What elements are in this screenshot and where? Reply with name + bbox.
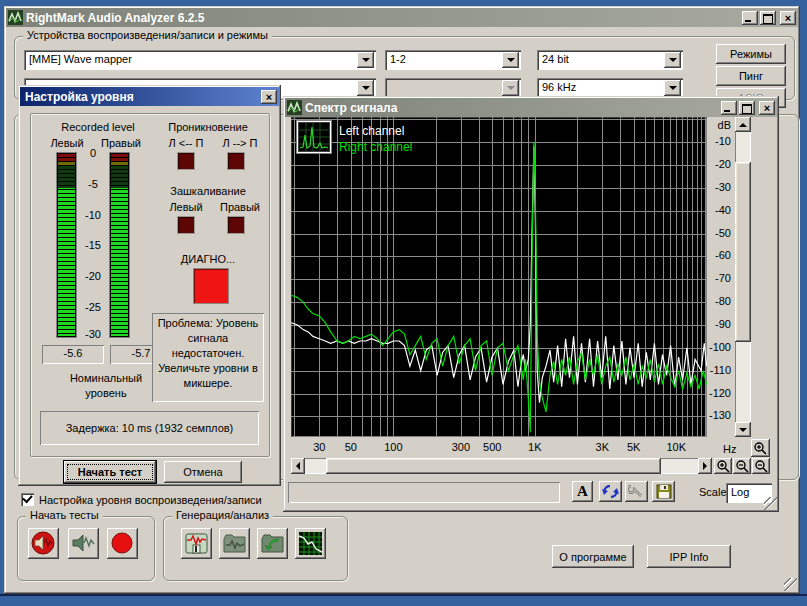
horizontal-scroll-thumb[interactable] xyxy=(326,458,661,474)
vertical-scrollbar[interactable] xyxy=(735,117,751,437)
y-tick-label: -70 xyxy=(715,272,731,284)
recorded-level-label: Recorded level xyxy=(38,121,158,133)
save-signal-button[interactable] xyxy=(181,528,212,559)
x-tick-label: 3K xyxy=(596,441,609,453)
spectrum-maximize-button[interactable] xyxy=(739,101,755,115)
close-button[interactable]: × xyxy=(780,11,796,25)
legend-thumbnail-button[interactable] xyxy=(299,123,329,151)
y-tick-label: -80 xyxy=(715,295,731,307)
spectrum-close-button[interactable]: × xyxy=(759,101,775,115)
spectrum-analysis-icon xyxy=(298,531,323,556)
play-signal-button[interactable] xyxy=(68,528,99,559)
play-test-button[interactable] xyxy=(28,528,59,559)
bits-combo-arrow[interactable] xyxy=(664,52,681,68)
crosstalk-lr-label: Л <-- П xyxy=(160,137,212,149)
zoom-in-x-button[interactable] xyxy=(714,458,732,474)
rate-combo-arrow[interactable] xyxy=(664,80,681,96)
diagnosis-indicator xyxy=(194,269,228,303)
spectrum-window-title: Спектр сигнала xyxy=(305,101,719,115)
ping-button[interactable]: Пинг xyxy=(716,66,786,86)
refresh-button[interactable] xyxy=(599,481,622,502)
modes-button[interactable]: Режимы xyxy=(716,44,786,64)
problem-box: Проблема: Уровень сигнала недостаточен. … xyxy=(152,313,264,402)
level-dialog-close-button[interactable]: × xyxy=(261,90,277,104)
record-button[interactable] xyxy=(107,528,138,559)
clip-right-indicator xyxy=(228,217,244,233)
rate-combo-value: 96 kHz xyxy=(537,78,662,98)
spectrum-minimize-button[interactable] xyxy=(721,101,737,115)
channels-combo[interactable]: 1-2 xyxy=(385,50,521,70)
level-setup-checkbox[interactable] xyxy=(21,493,34,506)
scroll-up-button[interactable] xyxy=(735,117,751,132)
channels2-combo-value xyxy=(385,78,500,98)
channels-combo-value: 1-2 xyxy=(385,50,500,70)
device-combo[interactable]: [MME] Wave mapper xyxy=(24,50,376,70)
meter-scale-5: -5 xyxy=(77,178,109,190)
settings-wrench-button[interactable] xyxy=(625,481,648,502)
analyze-button[interactable] xyxy=(295,528,326,559)
problem-line-1: Проблема: Уровень xyxy=(152,316,264,331)
x-tick-label: 500 xyxy=(483,441,501,453)
problem-line-4: Увеличьте уровни в xyxy=(152,361,264,376)
rate-combo[interactable]: 96 kHz xyxy=(537,78,683,98)
start-test-button[interactable]: Начать тест xyxy=(64,461,156,483)
clip-left-label: Левый xyxy=(160,201,212,213)
crosstalk-rl-indicator xyxy=(228,153,244,169)
load-curve-button[interactable] xyxy=(257,528,288,559)
meter-scale-25: -25 xyxy=(77,301,109,313)
x-tick-label: 300 xyxy=(452,441,470,453)
desktop-frame: RightMark Audio Analyzer 6.2.5 × Устройс… xyxy=(0,0,807,606)
zoom-in-y-button[interactable] xyxy=(751,439,770,457)
device-combo-arrow[interactable] xyxy=(357,52,374,68)
window-title: RightMark Audio Analyzer 6.2.5 xyxy=(26,11,740,25)
level-dialog-titlebar[interactable]: Настройка уровня × xyxy=(20,87,279,106)
vertical-scroll-thumb[interactable] xyxy=(735,162,751,342)
scroll-down-button[interactable] xyxy=(735,422,751,437)
y-tick-label: -20 xyxy=(715,158,731,170)
ipp-info-button[interactable]: IPP Info xyxy=(647,545,731,568)
maximize-button[interactable] xyxy=(760,11,776,25)
wav-save-icon xyxy=(184,531,209,556)
main-resize-grip[interactable] xyxy=(784,578,797,591)
problem-line-2: сигнала xyxy=(152,331,264,346)
delay-box: Задержка: 10 ms (1932 семплов) xyxy=(40,411,259,445)
open-signal-button xyxy=(219,528,250,559)
about-button[interactable]: О программе xyxy=(552,545,634,568)
clip-right-label: Правый xyxy=(214,201,266,213)
diagnosis-label: ДИАГНО... xyxy=(148,253,268,265)
vu-meter-left xyxy=(57,153,76,337)
channels-combo-arrow[interactable] xyxy=(502,52,519,68)
meter-scale-20: -20 xyxy=(77,270,109,282)
start-tests-group: Начать тесты xyxy=(17,516,155,581)
spectrum-plot[interactable]: Left channel Right channel xyxy=(291,117,707,437)
bits-combo[interactable]: 24 bit xyxy=(537,50,683,70)
devices-group-label: Устройства воспроизведения/записи и режи… xyxy=(23,29,272,41)
problem-line-5: микшере. xyxy=(152,376,264,391)
scroll-right-button[interactable] xyxy=(698,458,712,474)
main-titlebar[interactable]: RightMark Audio Analyzer 6.2.5 × xyxy=(6,8,798,27)
horizontal-scrollbar[interactable] xyxy=(291,458,712,474)
series-left-channel xyxy=(291,147,706,403)
x-tick-label: 30 xyxy=(313,441,325,453)
zoom-fit-button[interactable] xyxy=(752,458,770,474)
spectrum-resize-grip[interactable] xyxy=(764,497,777,510)
bits-combo-value: 24 bit xyxy=(537,50,662,70)
speaker-red-icon xyxy=(31,531,56,556)
series-right-channel xyxy=(291,142,706,432)
save-button[interactable] xyxy=(652,481,675,502)
zoom-out-x-button[interactable] xyxy=(733,458,751,474)
crosstalk-label: Проникновение xyxy=(148,121,268,133)
speaker-green-icon xyxy=(71,531,96,556)
cancel-button[interactable]: Отмена xyxy=(164,461,242,483)
legend-right-channel: Right channel xyxy=(339,140,412,154)
crosstalk-rl-label: Л --> П xyxy=(214,137,266,149)
spectrum-titlebar[interactable]: Спектр сигнала × xyxy=(285,98,777,117)
generation-group: Генерация/анализ xyxy=(163,516,348,581)
minimize-button[interactable] xyxy=(742,11,758,25)
level-dialog-title: Настройка уровня xyxy=(25,90,259,104)
scroll-left-button[interactable] xyxy=(291,458,305,474)
font-button[interactable]: A xyxy=(572,481,593,502)
device2-combo-arrow[interactable] xyxy=(357,80,374,96)
y-axis-labels: dB -10-20-30-40-50-60-70-80-90-100-110-1… xyxy=(707,117,733,437)
meter-scale-30: -30 xyxy=(77,328,109,340)
